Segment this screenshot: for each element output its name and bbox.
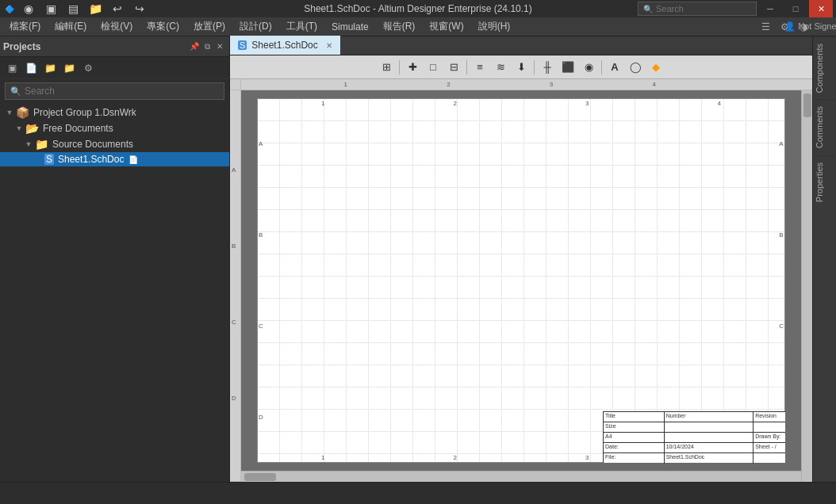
right-panels: Components Comments Properties xyxy=(812,36,836,482)
panel-pin-button[interactable]: 📌 xyxy=(188,40,201,53)
search-bar[interactable]: 🔍 xyxy=(638,2,757,16)
tb-cell-size-label: Size xyxy=(604,422,665,432)
scroll-h-thumb[interactable] xyxy=(244,473,276,481)
toolbar-icon-2[interactable]: ▣ xyxy=(41,0,60,17)
menu-design[interactable]: 設計(D) xyxy=(233,18,278,35)
toolbar-chat-button[interactable]: ☰ xyxy=(757,19,774,35)
tb-row-4: Date: 10/14/2024 Sheet - / xyxy=(604,443,785,453)
menu-help[interactable]: 說明(H) xyxy=(472,18,517,35)
menu-view[interactable]: 檢視(V) xyxy=(94,18,139,35)
tree-arrow-freedocs: ▼ xyxy=(14,124,24,132)
tb-cell-empty2 xyxy=(754,453,785,464)
sch-block-btn[interactable]: ⬛ xyxy=(558,58,577,77)
menu-report[interactable]: 報告(R) xyxy=(377,18,422,35)
sch-rect-btn[interactable]: □ xyxy=(424,58,443,77)
ruler-v-mark-b: B xyxy=(232,242,236,250)
scroll-horizontal[interactable] xyxy=(241,471,801,482)
sch-text-btn[interactable]: A xyxy=(605,58,624,77)
panel-close-doc-button[interactable]: 📁 xyxy=(41,60,59,76)
right-tab-properties[interactable]: Properties xyxy=(813,155,836,208)
panel-save-button[interactable]: 📁 xyxy=(60,60,78,76)
sch-poly-btn[interactable]: ◆ xyxy=(646,58,665,77)
sch-cross-btn[interactable]: ╫ xyxy=(538,58,557,77)
ruler-v-mark-c: C xyxy=(232,319,236,326)
tb-cell-sheet: Sheet - / xyxy=(754,443,785,452)
scroll-corner xyxy=(230,471,241,482)
status-bar xyxy=(0,482,836,496)
panel-new-button[interactable]: ▣ xyxy=(3,60,21,76)
tb-cell-drawn: Drawn By: xyxy=(754,433,785,442)
sheet1-badge: 📄 xyxy=(128,155,138,164)
freedocs-icon: 📂 xyxy=(25,122,39,135)
tab-close-icon[interactable]: ✕ xyxy=(326,41,332,50)
menu-project[interactable]: 專案(C) xyxy=(140,18,186,35)
sch-align-h-btn[interactable]: ≡ xyxy=(470,58,489,77)
tb-cell-file-val: Sheet1.SchDoc xyxy=(665,453,754,464)
sch-down-btn[interactable]: ⬇ xyxy=(512,58,531,77)
toolbar-icon-1[interactable]: ◉ xyxy=(19,0,38,17)
tree-item-freedocs[interactable]: ▼ 📂 Free Documents xyxy=(0,120,229,136)
row-labels-right: A B C D xyxy=(779,98,784,463)
sch-filter-btn[interactable]: ⊞ xyxy=(377,58,396,77)
scroll-vertical[interactable] xyxy=(801,90,812,471)
col-labels-top: 1 2 3 4 xyxy=(257,100,785,107)
scroll-v-thumb[interactable] xyxy=(803,94,811,117)
sch-toolbar: ⊞ ✚ □ ⊟ ≡ ≋ ⬇ ╫ ⬛ ◉ A ◯ ◆ xyxy=(230,55,812,79)
menu-tools[interactable]: 工具(T) xyxy=(280,18,324,35)
user-account-button[interactable]: 👤 Not Signed In ▼ xyxy=(814,18,833,36)
row-label-a-left: A xyxy=(259,140,263,147)
tree-item-workspace[interactable]: ▼ 📦 Project Group 1.DsnWrk xyxy=(0,105,229,120)
search-input[interactable] xyxy=(656,4,751,13)
tree-item-sheet1[interactable]: S Sheet1.SchDoc 📄 xyxy=(0,152,229,166)
col-label-1-top: 1 xyxy=(321,100,324,107)
ruler-vertical: A B C D xyxy=(230,90,241,471)
tb-cell-revision: Revision xyxy=(754,412,785,422)
right-tab-comments[interactable]: Comments xyxy=(813,99,836,155)
menu-bar: 檔案(F) 編輯(E) 檢視(V) 專案(C) 放置(P) 設計(D) 工具(T… xyxy=(0,17,836,36)
window-title: Sheet1.SchDoc - Altium Designer Enterpri… xyxy=(304,3,531,14)
toolbar-icon-4[interactable]: 📁 xyxy=(86,0,105,17)
scroll-corner-br xyxy=(801,471,812,482)
project-tree: ▼ 📦 Project Group 1.DsnWrk ▼ 📂 Free Docu… xyxy=(0,103,229,482)
row-label-c-right: C xyxy=(779,323,784,330)
panel-settings-button[interactable]: ⚙ xyxy=(79,60,97,76)
ruler-top-row: 1 2 3 4 xyxy=(230,79,812,90)
row-labels-left: A B C D xyxy=(259,98,263,463)
panel-close-button[interactable]: ✕ xyxy=(213,40,226,53)
right-tab-components[interactable]: Components xyxy=(813,36,836,99)
tb-cell-title: Title xyxy=(604,412,665,422)
panel-search-input[interactable] xyxy=(25,86,219,97)
tab-sheet1[interactable]: S Sheet1.SchDoc ✕ xyxy=(230,36,341,55)
panel-float-button[interactable]: ⧉ xyxy=(201,40,213,53)
menu-window[interactable]: 視窗(W) xyxy=(423,18,470,35)
title-block: Title Number Revision Size A4 xyxy=(603,411,785,463)
tb-row-3: A4 Drawn By: xyxy=(604,433,785,443)
panel-search-box[interactable]: 🔍 xyxy=(5,82,224,100)
sch-circle-btn[interactable]: ◉ xyxy=(579,58,598,77)
sch-align-btn[interactable]: ≋ xyxy=(491,58,510,77)
menu-edit[interactable]: 編輯(E) xyxy=(48,18,93,35)
ruler-corner xyxy=(230,79,241,90)
tree-item-sourcedocs[interactable]: ▼ 📁 Source Documents xyxy=(0,136,229,152)
title-bar-right: 🔍 ─ □ ✕ xyxy=(638,0,833,17)
ruler-mark-1: 1 xyxy=(344,81,347,88)
ruler-mark-4: 4 xyxy=(652,81,655,88)
menu-simulate[interactable]: Simulate xyxy=(325,20,375,34)
sch-arc-btn[interactable]: ◯ xyxy=(626,58,645,77)
panel-open-button[interactable]: 📄 xyxy=(22,60,40,76)
sch-add-btn[interactable]: ✚ xyxy=(403,58,422,77)
app-icon: 🔷 xyxy=(3,2,16,15)
minimize-button[interactable]: ─ xyxy=(758,0,782,17)
row-label-c-left: C xyxy=(259,323,263,330)
toolbar-icon-5[interactable]: ↩ xyxy=(108,0,127,17)
col-label-3-top: 3 xyxy=(585,100,589,107)
schematic-canvas[interactable]: 1 2 3 4 1 2 3 4 xyxy=(241,90,801,471)
col-label-2-top: 2 xyxy=(454,100,457,107)
toolbar-icon-3[interactable]: ▤ xyxy=(63,0,82,17)
menu-place[interactable]: 放置(P) xyxy=(187,18,232,35)
toolbar-icon-6[interactable]: ↪ xyxy=(130,0,149,17)
sch-minus-btn[interactable]: ⊟ xyxy=(444,58,463,77)
close-button[interactable]: ✕ xyxy=(809,0,833,17)
menu-file[interactable]: 檔案(F) xyxy=(3,18,47,35)
restore-button[interactable]: □ xyxy=(784,0,807,17)
